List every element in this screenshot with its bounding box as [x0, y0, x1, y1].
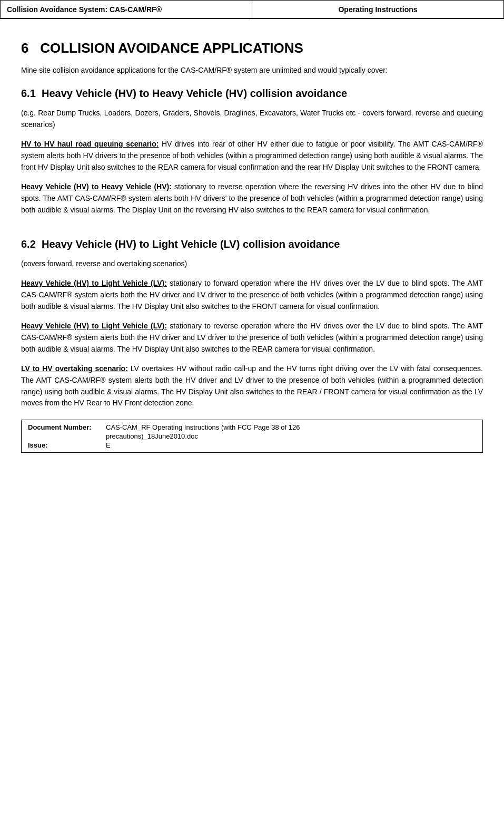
- footer-doc-label2: [28, 432, 102, 440]
- section61-para2: Heavy Vehicle (HV) to Heavy Vehicle (HV)…: [21, 181, 483, 216]
- section61-examples: (e.g. Rear Dump Trucks, Loaders, Dozers,…: [21, 108, 483, 130]
- section61-para1: HV to HV haul road queuing scenario: HV …: [21, 139, 483, 173]
- footer-doc-row: Document Number: CAS-CAM_RF Operating In…: [28, 423, 476, 431]
- section61-para2-label: Heavy Vehicle (HV) to Heavy Vehicle (HV)…: [21, 182, 172, 191]
- footer-doc-value2: precautions)_18June2010.doc: [106, 432, 198, 440]
- header-right: Operating Instructions: [252, 1, 503, 18]
- page-footer: Document Number: CAS-CAM_RF Operating In…: [21, 420, 483, 453]
- section61-title-text: Heavy Vehicle (HV) to Heavy Vehicle (HV)…: [42, 88, 347, 99]
- section62-para2-label: Heavy Vehicle (HV) to Light Vehicle (LV)…: [21, 322, 167, 330]
- section62-para2: Heavy Vehicle (HV) to Light Vehicle (LV)…: [21, 321, 483, 355]
- section62-para1-label: Heavy Vehicle (HV) to Light Vehicle (LV)…: [21, 279, 167, 287]
- section62-para1: Heavy Vehicle (HV) to Light Vehicle (LV)…: [21, 278, 483, 312]
- section62-para3: LV to HV overtaking scenario: LV overtak…: [21, 363, 483, 409]
- section61-para1-label: HV to HV haul road queuing scenario:: [21, 140, 159, 148]
- header-left-text: Collision Avoidance System: CAS-CAM/RF®: [7, 5, 162, 14]
- section6-title: 6 COLLISION AVOIDANCE APPLICATIONS: [21, 40, 483, 56]
- footer-issue-label: Issue:: [28, 441, 102, 449]
- section61-title: 6.1 Heavy Vehicle (HV) to Heavy Vehicle …: [21, 86, 483, 100]
- section62-title: 6.2 Heavy Vehicle (HV) to Light Vehicle …: [21, 237, 483, 251]
- section62-covers: (covers forward, reverse and overtaking …: [21, 258, 483, 270]
- header-left: Collision Avoidance System: CAS-CAM/RF®: [1, 1, 252, 18]
- footer-issue-row: Issue: E: [28, 441, 476, 449]
- footer-issue-value: E: [106, 441, 111, 449]
- page-header: Collision Avoidance System: CAS-CAM/RF® …: [0, 0, 504, 19]
- footer-doc-value: CAS-CAM_RF Operating Instructions (with …: [106, 423, 300, 431]
- footer-doc-label: Document Number:: [28, 423, 102, 431]
- footer-doc-row2: precautions)_18June2010.doc: [28, 432, 476, 440]
- section62-number: 6.2: [21, 238, 36, 250]
- page-content: 6 COLLISION AVOIDANCE APPLICATIONS Mine …: [0, 19, 504, 463]
- section62-para3-label: LV to HV overtaking scenario:: [21, 364, 128, 373]
- section61-number: 6.1: [21, 88, 36, 99]
- header-right-text: Operating Instructions: [338, 5, 417, 14]
- section6-intro: Mine site collision avoidance applicatio…: [21, 65, 483, 76]
- section62-title-text: Heavy Vehicle (HV) to Light Vehicle (LV)…: [42, 238, 340, 250]
